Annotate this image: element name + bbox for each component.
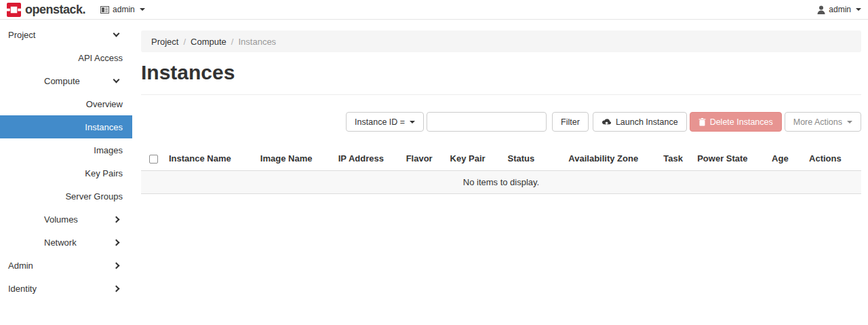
table-header-row: Instance Name Image Name IP Address Flav… [141,149,861,171]
main-content: Project / Compute / Instances Instances … [132,20,868,194]
col-header-image-name: Image Name [255,149,333,171]
select-all-checkbox[interactable] [149,155,158,164]
sidebar-nav: Project API Access Compute Overview Inst… [0,20,132,300]
cloud-upload-icon [601,118,612,126]
sidebar-item-api-access[interactable]: API Access [0,46,132,69]
sidebar-item-label: Project [8,30,114,40]
sidebar-item-label: Volumes [44,214,114,225]
user-menu-label: admin [829,5,851,14]
empty-message: No items to display. [141,171,861,194]
sidebar-item-label: API Access [14,53,123,63]
col-header-task: Task [658,149,692,171]
sidebar-item-project[interactable]: Project [0,23,132,46]
chevron-right-icon [113,216,120,223]
filter-button-label: Filter [561,117,580,127]
breadcrumb: Project / Compute / Instances [141,31,861,52]
chevron-down-icon [113,31,120,37]
sidebar-item-identity[interactable]: Identity [0,277,132,300]
col-header-instance-name: Instance Name [163,149,255,171]
sidebar-item-label: Images [14,145,123,155]
col-header-availability-zone: Availability Zone [563,149,658,171]
trash-icon [698,118,706,126]
chevron-right-icon [113,262,120,269]
openstack-logo-icon [7,3,21,17]
title-divider [141,94,861,95]
instances-table: Instance Name Image Name IP Address Flav… [141,149,861,194]
col-header-flavor: Flavor [401,149,445,171]
sidebar-item-label: Identity [8,284,114,294]
filter-field-label: Instance ID = [355,117,405,127]
sidebar-item-server-groups[interactable]: Server Groups [0,185,132,208]
launch-button-label: Launch Instance [616,117,678,127]
launch-instance-button[interactable]: Launch Instance [593,112,687,132]
sidebar-item-images[interactable]: Images [0,138,132,161]
sidebar-item-network[interactable]: Network [0,231,132,254]
user-icon [817,5,825,14]
delete-instances-button[interactable]: Delete Instances [690,112,782,132]
user-menu[interactable]: admin [817,5,861,14]
domain-menu[interactable]: admin [100,5,145,14]
sidebar-item-label: Overview [14,99,123,109]
sidebar-item-label: Admin [8,261,114,271]
top-navbar: openstack. admin admin [0,0,868,20]
empty-table-row: No items to display. [141,171,861,194]
col-header-key-pair: Key Pair [445,149,502,171]
caret-down-icon [847,121,852,123]
page-title: Instances [141,61,861,84]
breadcrumb-project[interactable]: Project [151,37,178,47]
openstack-brand[interactable]: openstack. [7,3,85,17]
sidebar-item-volumes[interactable]: Volumes [0,208,132,231]
filter-field-dropdown[interactable]: Instance ID = [346,112,424,132]
sidebar-item-label: Server Groups [14,191,123,202]
sidebar-item-compute[interactable]: Compute [0,69,132,92]
domain-menu-label: admin [113,5,135,14]
col-header-actions: Actions [804,149,861,171]
sidebar-item-label: Network [44,237,114,248]
filter-input[interactable] [427,112,547,132]
sidebar-item-overview[interactable]: Overview [0,92,132,115]
sidebar-item-label: Compute [44,76,114,86]
breadcrumb-separator: / [231,37,234,47]
more-actions-label: More Actions [793,117,842,127]
col-header-ip-address: IP Address [333,149,401,171]
chevron-right-icon [113,285,120,292]
breadcrumb-current: Instances [238,37,276,47]
table-toolbar: Instance ID = Filter Launch Instance [141,112,861,132]
col-header-age: Age [766,149,804,171]
brand-wordmark: openstack. [25,3,85,17]
more-actions-dropdown[interactable]: More Actions [785,112,861,132]
caret-down-icon [856,8,861,11]
col-header-power-state: Power State [692,149,766,171]
breadcrumb-compute[interactable]: Compute [191,37,226,47]
col-header-status: Status [502,149,564,171]
filter-button[interactable]: Filter [552,112,589,132]
sidebar-item-key-pairs[interactable]: Key Pairs [0,161,132,185]
domain-icon [100,6,109,14]
sidebar-item-label: Instances [14,122,123,132]
sidebar-item-admin[interactable]: Admin [0,254,132,277]
caret-down-icon [140,8,145,11]
breadcrumb-separator: / [183,37,186,47]
chevron-down-icon [113,77,120,83]
sidebar-item-label: Key Pairs [14,168,123,178]
chevron-right-icon [113,239,120,246]
delete-button-label: Delete Instances [710,117,773,127]
sidebar-item-instances[interactable]: Instances [0,115,132,138]
caret-down-icon [410,121,415,123]
